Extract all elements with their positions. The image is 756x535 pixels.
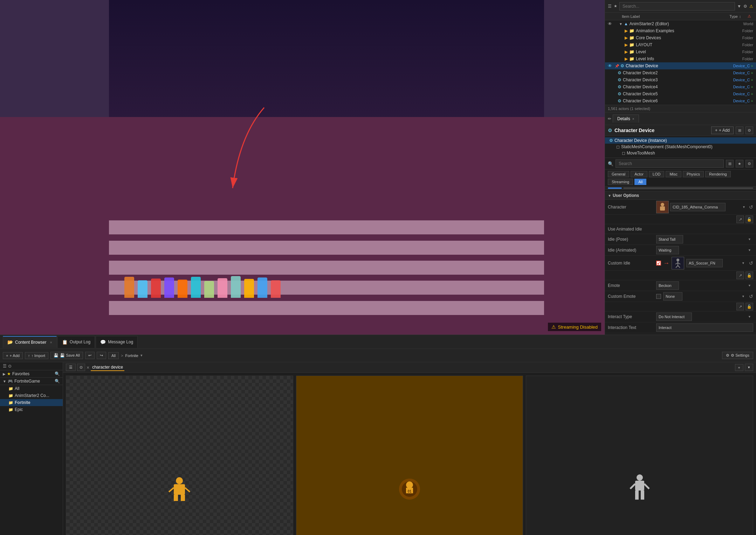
tree-item-animstarter[interactable]: 📁 AnimStarter2 Co... [0,392,63,399]
settings-button[interactable]: ⚙ [745,126,753,134]
grid-item-character-device[interactable]: Character Device FortPlaysetItemDefiniti… [66,376,293,535]
component-item-static-mesh[interactable]: ◻ StaticMeshComponent (StaticMeshCompone… [605,144,756,150]
custom-emote-clear-button[interactable]: 🔓 [745,303,753,310]
idle-animated-select[interactable]: Waiting [656,246,679,254]
character-reset-button[interactable]: ↺ [749,204,753,210]
tree-item-fortnite[interactable]: 📁 Fortnite [0,399,63,406]
import-button[interactable]: ↑ ↑ Import [25,352,48,359]
outliner-item[interactable]: ⚙ Character Device6 Device_C + [605,97,756,104]
tree-item-all[interactable]: 📁 All [0,385,63,392]
tab-output-log[interactable]: 📋 Output Log [57,336,95,348]
tab-content-browser[interactable]: 📂 Content Browser × [3,336,57,348]
add-button[interactable]: + + Add [3,352,23,359]
details-grid-view-button[interactable]: ⊞ [726,160,734,167]
custom-emote-reset-button[interactable]: ↺ [749,294,753,299]
content-browser-tab-close[interactable]: × [50,340,52,344]
save-all-label: 💾 Save All [60,353,80,358]
filter-tab-streaming[interactable]: Streaming [608,179,633,185]
character-browse-button[interactable]: ↗ [736,215,744,223]
component-item-move-tool[interactable]: ◻ MoveToolMesh [605,150,756,156]
add-label: + Add [719,128,730,133]
idle-pose-select[interactable]: Stand Tall [656,235,683,244]
folder-icon-2: 📁 [629,56,634,61]
details-tab[interactable]: Details × [613,115,639,123]
details-panel-icon: ✏ [608,116,611,121]
filter-tab-rendering[interactable]: Rendering [705,171,731,177]
custom-idle-select[interactable]: AS_Soccer_FN [686,259,723,267]
tab-message-log[interactable]: 💬 Message Log [96,336,138,348]
prop-label-emote: Emote [608,283,653,288]
character-select[interactable]: CID_185_Athena_Comma [670,203,726,211]
import-icon: ↑ [28,354,30,358]
undo-button[interactable]: ↩ [85,352,95,359]
prop-value-idle-animated: Waiting [656,246,753,254]
component-item-instance[interactable]: ⚙ Character Device (Instance) [605,137,756,144]
filter-tab-actor[interactable]: Actor [631,171,647,177]
details-bookmark-button[interactable]: ★ [736,160,743,167]
outliner-item-character-device[interactable]: 👁 📌 ⚙ Character Device Device_C + [605,62,756,69]
all-path-button[interactable]: All [108,352,119,359]
filter-tab-physics[interactable]: Physics [683,171,704,177]
grid-item-fn-mannequin[interactable]: FN Mannequin Skeletal Mesh [526,376,753,535]
filter-tab-misc[interactable]: Misc [666,171,681,177]
custom-idle-reset-button[interactable]: ↺ [749,260,753,266]
filter-tab-general[interactable]: General [608,171,629,177]
character-clear-button[interactable]: 🔓 [745,215,753,223]
filter-options-button[interactable]: ⊙ [77,364,85,371]
filter-tab-lod[interactable]: LOD [649,171,665,177]
visibility-icon[interactable]: 👁 [608,21,613,26]
outliner-item[interactable]: ⚙ Character Device5 Device_C + [605,90,756,97]
anim-figure-icon [673,258,683,268]
custom-idle-clear-button[interactable]: 🔓 [745,272,753,279]
favorites-header[interactable]: ▶ ★ Favorites 🔍 [0,370,63,378]
custom-idle-browse-button[interactable]: ↗ [736,272,744,279]
outliner-item[interactable]: ▶ 📁 Level Info Folder [605,55,756,62]
search-options-button[interactable]: ▾ [745,364,753,371]
outliner-item[interactable]: ▶ 📁 Animation Examples Folder [605,27,756,34]
outliner-item[interactable]: ▶ 📁 Core Devices Folder [605,34,756,41]
custom-emote-checkbox[interactable] [656,294,661,299]
outliner-item[interactable]: ▶ 📁 LAYOUT Folder [605,41,756,48]
device-icon: ⚙ [618,98,621,103]
emote-select[interactable]: Beckon [656,281,679,290]
folder-icon-2: 📁 [629,42,634,47]
outliner-item[interactable]: ⚙ Character Device4 Device_C + [605,83,756,90]
top-row: ⚠ Streaming Disabled ☰ ★ ▼ ⚙ ⚠ Item Labe… [0,0,756,335]
outliner-item[interactable]: ⚙ Character Device3 Device_C + [605,76,756,83]
settings-button-toolbar[interactable]: ⚙ ⚙ Settings [722,352,753,359]
sidebar-panel: ☰ ⊙ ▶ ★ Favorites 🔍 ▼ 🎮 FortniteGame [0,362,63,535]
search-clear-button[interactable]: × [87,365,89,370]
device-icon: ⚙ [618,84,621,89]
outliner-search-input[interactable] [619,2,735,11]
add-to-search-button[interactable]: + [735,364,743,371]
outliner-item[interactable]: ▶ 📁 Level Folder [605,48,756,55]
favorites-search-icon[interactable]: 🔍 [55,371,60,376]
save-all-button[interactable]: 💾 💾 Save All [50,352,83,359]
filter-tab-all[interactable]: All [634,179,646,185]
custom-emote-browse-button[interactable]: ↗ [736,303,744,310]
custom-idle-checkbox[interactable] [656,261,661,266]
tree-item-epic[interactable]: 📁 Epic [0,406,63,413]
details-settings-button2[interactable]: ⚙ [745,160,753,167]
interact-type-select[interactable]: Do Not Interact [656,313,692,321]
fortnite-game-header[interactable]: ▼ 🎮 FortniteGame 🔍 [0,378,63,385]
grid-item-character-device-controller[interactable]: 01 Character Device Controller FortPlays… [296,376,523,535]
settings-icon: ⚙ [726,353,729,358]
redo-button[interactable]: ↪ [97,352,106,359]
add-component-button[interactable]: + + Add [711,126,734,134]
interaction-text-input[interactable] [656,323,753,332]
outliner-item[interactable]: ⚙ Character Device2 Device_C + [605,69,756,76]
view-options-button[interactable]: ☰ [66,364,76,371]
outliner-item[interactable]: 👁 ▼ ▲ AnimStarter2 (Editor) World [605,20,756,27]
svg-rect-21 [635,481,644,491]
details-search-input[interactable] [616,159,724,168]
prop-row-character: Character CID_185_Athena_Comma [605,200,756,215]
details-tab-close-button[interactable]: × [632,117,634,121]
visibility-icon[interactable]: 👁 [608,63,613,68]
prop-label-interact-type: Interact Type [608,314,653,319]
path-fortnite[interactable]: Fortnite [125,354,138,358]
fg-search-icon[interactable]: 🔍 [55,379,60,384]
user-options-section-header[interactable]: ▼ User Options [605,191,756,200]
layout-toggle-button[interactable]: ⊞ [736,126,743,134]
custom-emote-select[interactable]: None [663,292,682,301]
